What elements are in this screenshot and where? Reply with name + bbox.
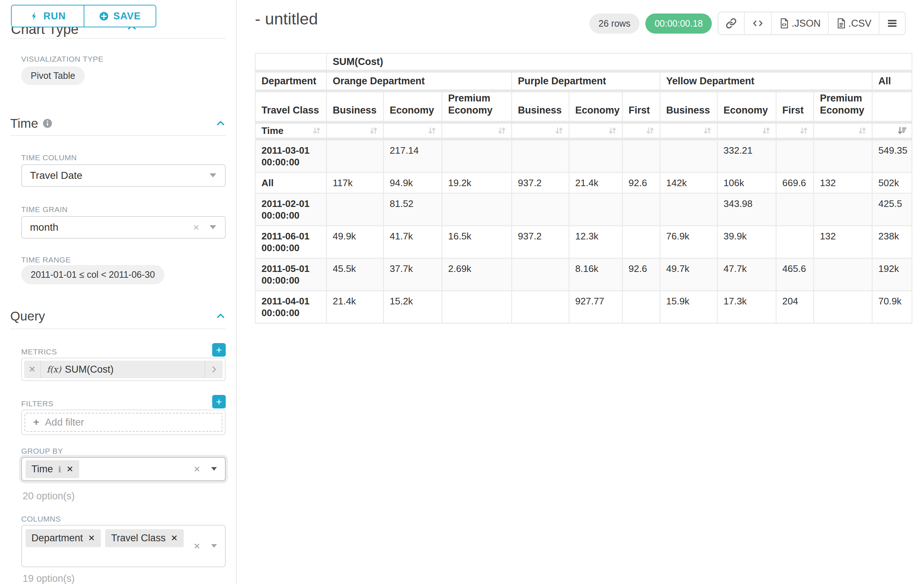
pivot-row-header: 2011-05-01 00:00:00 bbox=[255, 259, 327, 291]
pivot-cell: 21.4k bbox=[569, 173, 623, 194]
caret-down-icon[interactable] bbox=[210, 466, 218, 472]
tag-label: Department bbox=[31, 533, 83, 544]
link-icon bbox=[726, 18, 737, 29]
add-filter-plus-button[interactable]: + bbox=[212, 395, 226, 408]
pivot-sort-header[interactable] bbox=[442, 124, 512, 140]
sort-toggle-icon[interactable] bbox=[312, 125, 322, 136]
sort-toggle-icon[interactable] bbox=[497, 125, 507, 136]
metric-container: ✕ f(x) SUM(Cost) bbox=[21, 358, 226, 381]
pivot-sort-header[interactable] bbox=[776, 124, 814, 140]
time-column-select[interactable]: Travel Date bbox=[21, 164, 226, 187]
pivot-sort-header[interactable] bbox=[512, 124, 569, 140]
time-range-pill[interactable]: 2011-01-01 ≤ col < 2011-06-30 bbox=[21, 265, 164, 285]
pivot-group-header: All bbox=[873, 72, 912, 92]
time-section-title: Time bbox=[10, 116, 38, 131]
visualization-type-pill[interactable]: Pivot Table bbox=[21, 66, 85, 85]
remove-metric-icon[interactable]: ✕ bbox=[24, 360, 41, 378]
columns-select[interactable]: Department✕Travel Class✕ × bbox=[21, 525, 226, 567]
pivot-cell: 238k bbox=[873, 226, 912, 259]
selected-option-tag[interactable]: Department✕ bbox=[26, 529, 101, 547]
clear-icon[interactable]: × bbox=[193, 463, 200, 475]
pivot-row-header: 2011-06-01 00:00:00 bbox=[255, 226, 327, 259]
pivot-sort-header[interactable] bbox=[660, 124, 718, 140]
pivot-cell: 15.9k bbox=[660, 291, 718, 324]
sort-descending-icon[interactable] bbox=[897, 125, 907, 136]
pivot-cell bbox=[776, 140, 814, 173]
pivot-cell bbox=[814, 259, 873, 291]
clear-icon[interactable]: × bbox=[193, 221, 200, 234]
caret-down-icon[interactable] bbox=[210, 543, 218, 549]
menu-button[interactable] bbox=[879, 12, 905, 34]
chevron-right-icon[interactable] bbox=[205, 360, 223, 378]
sort-toggle-icon[interactable] bbox=[554, 125, 564, 136]
pivot-cell: 15.2k bbox=[384, 291, 442, 324]
pivot-cell bbox=[660, 140, 718, 173]
sort-toggle-icon[interactable] bbox=[427, 125, 437, 136]
pivot-cell: 217.14 bbox=[384, 140, 442, 173]
pivot-cell bbox=[512, 140, 569, 173]
table-row: 2011-04-01 00:00:0021.4k15.2k927.7715.9k… bbox=[255, 291, 912, 324]
remove-tag-icon[interactable]: ✕ bbox=[170, 533, 178, 543]
pivot-corner-cell bbox=[255, 53, 327, 72]
pivot-group-header: Purple Department bbox=[512, 72, 660, 92]
pivot-sort-header[interactable]: Time bbox=[255, 124, 327, 140]
pivot-sort-header[interactable] bbox=[873, 124, 912, 140]
pivot-sort-header[interactable] bbox=[384, 124, 442, 140]
pivot-class-header bbox=[873, 92, 912, 124]
sort-toggle-icon[interactable] bbox=[645, 125, 655, 136]
time-range-label: TIME RANGE bbox=[21, 255, 71, 264]
metric-pill[interactable]: ✕ f(x) SUM(Cost) bbox=[24, 360, 223, 378]
fx-icon: f(x) bbox=[47, 365, 61, 374]
pivot-cell: 45.5k bbox=[327, 259, 384, 291]
pivot-sort-header[interactable] bbox=[814, 124, 873, 140]
pivot-cell bbox=[814, 194, 873, 226]
selected-option-tag[interactable]: Travel Class✕ bbox=[105, 529, 183, 547]
collapse-time-icon[interactable] bbox=[216, 118, 226, 128]
time-grain-select[interactable]: month × bbox=[21, 216, 226, 239]
pivot-sort-header[interactable] bbox=[327, 124, 384, 140]
pivot-cell: 343.98 bbox=[718, 194, 776, 226]
selected-option-tag[interactable]: Timei✕ bbox=[26, 460, 79, 478]
sort-toggle-icon[interactable] bbox=[761, 125, 771, 136]
info-icon: i bbox=[58, 464, 61, 474]
time-column-label: TIME COLUMN bbox=[21, 153, 77, 162]
share-link-button[interactable] bbox=[718, 12, 744, 34]
sort-toggle-icon[interactable] bbox=[607, 125, 617, 136]
remove-tag-icon[interactable]: ✕ bbox=[66, 464, 73, 474]
pivot-cell: 12.3k bbox=[569, 226, 623, 259]
remove-tag-icon[interactable]: ✕ bbox=[88, 533, 95, 543]
chart-title[interactable]: - untitled bbox=[255, 10, 318, 28]
tag-label: Time bbox=[31, 464, 53, 475]
view-query-button[interactable] bbox=[744, 12, 771, 34]
query-section-title: Query bbox=[10, 309, 45, 323]
pivot-sort-header[interactable] bbox=[623, 124, 660, 140]
pivot-cell bbox=[442, 194, 512, 226]
save-button[interactable]: SAVE bbox=[84, 5, 155, 26]
sort-toggle-icon[interactable] bbox=[799, 125, 809, 136]
export-csv-button[interactable]: .CSV bbox=[828, 12, 879, 34]
pivot-cell bbox=[327, 194, 384, 226]
pivot-cell bbox=[442, 291, 512, 324]
group-by-select[interactable]: Timei✕ × bbox=[21, 457, 226, 481]
pivot-cell: 19.2k bbox=[442, 173, 512, 194]
pivot-class-header: Premium Economy bbox=[442, 92, 512, 124]
pivot-cell: 92.6 bbox=[623, 173, 660, 194]
pivot-class-header: Business bbox=[660, 92, 718, 124]
pivot-row-header: 2011-03-01 00:00:00 bbox=[255, 140, 327, 173]
pivot-sort-header[interactable] bbox=[569, 124, 623, 140]
add-metric-button[interactable]: + bbox=[212, 343, 226, 357]
export-json-button[interactable]: .JSON bbox=[771, 12, 828, 34]
sort-toggle-icon[interactable] bbox=[857, 125, 867, 136]
sort-toggle-icon[interactable] bbox=[368, 125, 379, 136]
clear-icon[interactable]: × bbox=[193, 540, 200, 552]
divider bbox=[10, 329, 226, 329]
sort-toggle-icon[interactable] bbox=[702, 125, 713, 136]
add-filter-button[interactable]: + Add filter bbox=[25, 413, 223, 432]
pivot-sort-header[interactable] bbox=[718, 124, 776, 140]
group-by-label: GROUP BY bbox=[21, 447, 63, 456]
run-button[interactable]: RUN bbox=[12, 5, 84, 26]
collapse-query-icon[interactable] bbox=[216, 311, 226, 321]
caret-down-icon bbox=[209, 224, 217, 230]
info-icon bbox=[42, 118, 53, 128]
pivot-cell bbox=[512, 291, 569, 324]
